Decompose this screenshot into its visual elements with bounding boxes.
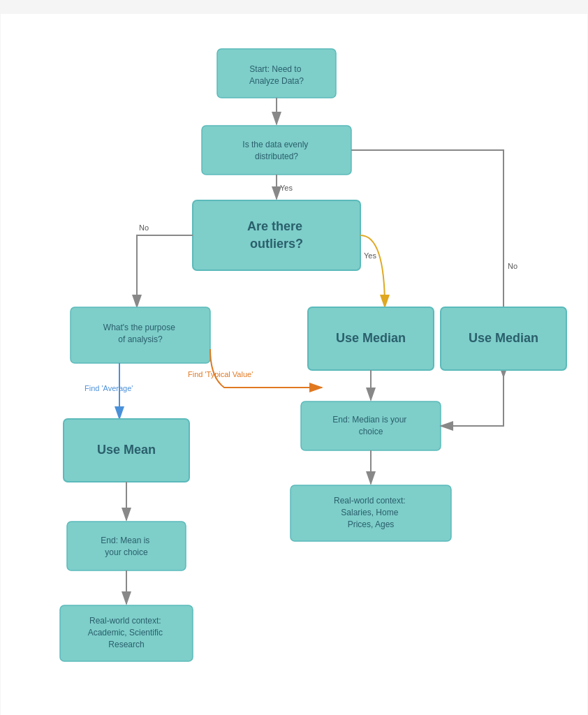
yes-label-top: Yes	[280, 184, 293, 192]
arrow-outliers-no	[137, 235, 193, 307]
flowchart-container: Start: Need to Analyze Data? Is the data…	[1, 14, 587, 715]
arrow-no-median-to-end	[441, 377, 504, 426]
no-label-right: No	[508, 262, 517, 270]
yes-label-yellow: Yes	[364, 251, 376, 260]
use-mean-label: Use Mean	[97, 443, 156, 457]
end-median-node	[301, 401, 441, 450]
outliers-node	[193, 200, 360, 270]
arrow-outliers-yes-yellow	[360, 235, 385, 307]
no-label-left: No	[139, 223, 149, 232]
use-median-yes-label: Use Median	[336, 331, 406, 345]
use-median-no-label: Use Median	[469, 331, 538, 345]
evenly-distributed-node	[202, 126, 351, 175]
end-mean-node	[67, 522, 186, 570]
flowchart-svg: Start: Need to Analyze Data? Is the data…	[15, 35, 573, 715]
arrow-find-typical	[210, 349, 322, 388]
find-typical-label: Find 'Typical Value'	[188, 370, 253, 378]
find-average-label: Find 'Average'	[84, 384, 133, 392]
